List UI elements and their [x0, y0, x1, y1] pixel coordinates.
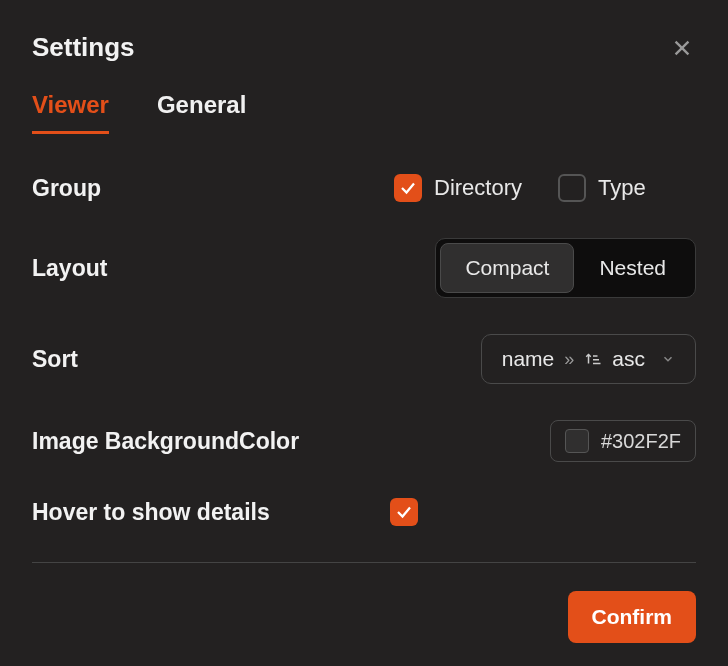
- tab-viewer[interactable]: Viewer: [32, 91, 109, 134]
- group-directory-label: Directory: [434, 175, 522, 201]
- close-button[interactable]: [668, 34, 696, 62]
- tabs: Viewer General: [32, 91, 696, 134]
- bgcolor-label: Image BackgroundColor: [32, 428, 299, 455]
- color-swatch: [565, 429, 589, 453]
- sort-select[interactable]: name » asc: [481, 334, 696, 384]
- sort-direction-icon: [584, 350, 602, 368]
- layout-label: Layout: [32, 255, 107, 282]
- group-directory-checkbox[interactable]: [394, 174, 422, 202]
- group-type-checkbox[interactable]: [558, 174, 586, 202]
- hover-label: Hover to show details: [32, 499, 270, 526]
- check-icon: [395, 503, 413, 521]
- group-label: Group: [32, 175, 101, 202]
- sort-field: name: [502, 347, 555, 371]
- check-icon: [399, 179, 417, 197]
- divider: [32, 562, 696, 563]
- tab-general[interactable]: General: [157, 91, 246, 134]
- confirm-button[interactable]: Confirm: [568, 591, 697, 643]
- bgcolor-input[interactable]: #302F2F: [550, 420, 696, 462]
- settings-title: Settings: [32, 32, 135, 63]
- close-icon: [671, 37, 693, 59]
- hover-checkbox[interactable]: [390, 498, 418, 526]
- sort-direction: asc: [612, 347, 645, 371]
- layout-segmented: Compact Nested: [435, 238, 696, 298]
- sort-separator-icon: »: [564, 349, 574, 370]
- chevron-down-icon: [661, 347, 675, 371]
- group-type-label: Type: [598, 175, 646, 201]
- bgcolor-value: #302F2F: [601, 430, 681, 453]
- layout-option-compact[interactable]: Compact: [440, 243, 574, 293]
- layout-option-nested[interactable]: Nested: [574, 243, 691, 293]
- sort-label: Sort: [32, 346, 78, 373]
